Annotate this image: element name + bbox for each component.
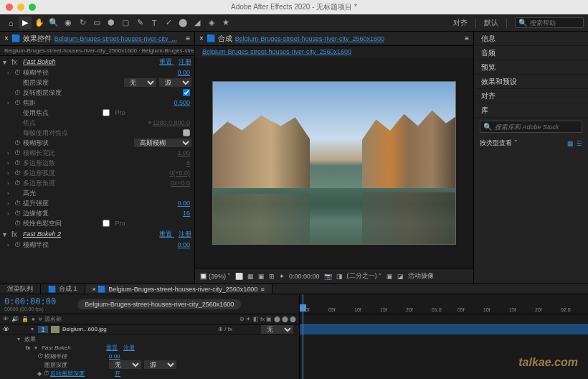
timecode-display[interactable]: 0:00:00:00	[289, 273, 320, 280]
layer-name-pill[interactable]: Belgium-Bruges-street-houses-river-city_…	[77, 299, 241, 309]
orbit-tool-icon[interactable]: ◉	[62, 17, 75, 29]
sidebar-item-effects[interactable]: 效果和预设	[474, 75, 588, 89]
tab-comp-active[interactable]: × 🟦 Belgium-Bruges-street-houses-river-c…	[85, 284, 272, 294]
roto-tool-icon[interactable]: ◈	[205, 17, 218, 29]
zoom-dropdown[interactable]: 🔲 (39%) ˅	[199, 273, 231, 280]
camera-dropdown[interactable]: 活动摄像	[408, 271, 434, 281]
selection-tool-icon[interactable]: ▶	[19, 17, 32, 29]
eraser-tool-icon[interactable]: ◢	[191, 17, 204, 29]
channel-icon[interactable]: ⬜	[235, 273, 243, 280]
blur-radius-2-value[interactable]: 0.00	[177, 241, 194, 248]
composition-viewer[interactable]	[195, 57, 473, 268]
tl-depth-select[interactable]: 无	[109, 360, 141, 369]
layer-source-select[interactable]: 源	[159, 78, 191, 87]
blur-shape-select[interactable]: 高斯模糊	[134, 139, 191, 147]
home-icon[interactable]: ⌂	[4, 17, 17, 29]
chevron-down-icon[interactable]: ▾	[31, 326, 38, 332]
browse-row[interactable]: 按类型查看 ˅ ▦ ☰	[474, 136, 588, 151]
guides-icon[interactable]: ✦	[279, 273, 285, 280]
sidebar-item-align[interactable]: 对齐	[474, 89, 588, 103]
layer-depth-select[interactable]: 无	[124, 78, 156, 87]
prop-blur-shape[interactable]: ⏱ 模糊形状 高斯模糊	[0, 138, 194, 148]
sidebar-item-libraries[interactable]: 库	[474, 103, 588, 118]
register-link[interactable]: 注册	[179, 58, 191, 65]
rotate-tool-icon[interactable]: ↻	[76, 17, 89, 29]
tl-invert-depth[interactable]: ◆ ⏱ 反转图层深度 开	[0, 369, 299, 378]
pan-behind-tool-icon[interactable]: ⬢	[105, 17, 118, 29]
chevron-down-icon[interactable]: ▾	[17, 336, 24, 342]
fx-icon[interactable]: fx	[11, 58, 20, 66]
close-icon[interactable]: ×	[4, 34, 9, 42]
3d-icon[interactable]: ◪	[397, 273, 404, 280]
stock-search-input[interactable]	[495, 123, 579, 131]
align-label[interactable]: 对齐	[453, 18, 468, 28]
resolution-icon[interactable]: ▦	[247, 273, 254, 280]
prop-highlight[interactable]: › 高光	[0, 188, 194, 198]
tl-source-select[interactable]: 源	[144, 360, 176, 369]
mask-icon[interactable]: ▣	[258, 273, 265, 280]
close-icon[interactable]: ×	[199, 34, 204, 42]
linear-color-checkbox[interactable]	[103, 220, 110, 227]
effects-tab[interactable]: × 🟦 效果控件 Belgium-Bruges-street-houses-ri…	[0, 32, 194, 46]
list-view-icon[interactable]: ☰	[577, 140, 582, 147]
playhead[interactable]	[303, 294, 303, 379]
stopwatch-icon[interactable]: ⏱	[14, 241, 22, 248]
prop-focus[interactable]: › ⏱ 焦距 0.500	[0, 98, 194, 108]
panel-menu-icon[interactable]: ≡	[465, 34, 469, 42]
eye-icon[interactable]: 👁	[3, 316, 9, 322]
grid-view-icon[interactable]: ▦	[567, 140, 574, 147]
boost-value[interactable]: 0.00	[177, 200, 194, 207]
sidebar-item-info[interactable]: 信息	[474, 32, 588, 46]
text-tool-icon[interactable]: T	[148, 17, 161, 29]
zoom-tool-icon[interactable]: 🔍	[47, 17, 60, 29]
chevron-right-icon[interactable]: ›	[7, 100, 14, 106]
chevron-right-icon[interactable]: ›	[7, 190, 14, 197]
reset-link[interactable]: 重置	[159, 230, 172, 238]
prop-layer-depth[interactable]: 图层深度 无 源	[0, 78, 194, 88]
edge-fix-value[interactable]: 16	[183, 210, 194, 217]
time-ruler[interactable]: 00f 05f 10f 15f 20f 01:0 05f 10f 15f 20f…	[300, 294, 588, 314]
prop-blur-radius[interactable]: › ⏱ 模糊半径 0.00	[0, 67, 194, 78]
source-name-header[interactable]: 源名称	[44, 315, 62, 323]
fx-header-2[interactable]: ▾ fx Fast Bokeh 2 重置 注册	[0, 228, 194, 240]
prop-linear-color[interactable]: ⏱ 线性色彩空间 Pro	[0, 218, 194, 228]
maximize-icon[interactable]	[29, 4, 36, 11]
layer-name[interactable]: Belgium...600.jpg	[62, 326, 218, 332]
comp-name-link[interactable]: Belgium-Bruges-street-houses-river-city_…	[235, 35, 384, 42]
stopwatch-icon[interactable]: ⏱	[14, 139, 22, 146]
audio-icon[interactable]: 🔊	[11, 316, 19, 322]
tl-effect-group[interactable]: ▾ 效果	[0, 334, 299, 343]
close-icon[interactable]	[6, 4, 13, 11]
chevron-right-icon[interactable]: ›	[7, 70, 14, 76]
use-focus-checkbox[interactable]	[103, 109, 110, 116]
hand-tool-icon[interactable]: ✋	[33, 17, 46, 29]
reset-link[interactable]: 重置	[159, 58, 172, 65]
chevron-down-icon[interactable]: ▾	[3, 58, 11, 66]
prop-use-focus[interactable]: 使用焦点 Pro	[0, 108, 194, 118]
stopwatch-icon[interactable]: ⏱	[14, 89, 22, 96]
view-icon[interactable]: ▣	[387, 273, 393, 280]
comp-subname-link[interactable]: Belgium-Bruges-street-houses-river-city_…	[202, 48, 351, 55]
puppet-tool-icon[interactable]: ★	[219, 17, 232, 29]
stopwatch-icon[interactable]: ⏱	[14, 99, 22, 106]
brush-tool-icon[interactable]: ✓	[162, 17, 175, 29]
stopwatch-icon[interactable]: ⏱	[14, 69, 22, 76]
fx-header-1[interactable]: ▾ fx Fast Bokeh 重置 注册	[0, 56, 194, 67]
help-search[interactable]: 🔍	[515, 17, 584, 28]
pen-tool-icon[interactable]: ✎	[133, 17, 146, 29]
grid-icon[interactable]: ⊞	[269, 273, 275, 280]
stopwatch-icon[interactable]: ⏱	[14, 210, 22, 217]
shape-tool-icon[interactable]: ▢	[119, 17, 132, 29]
layer-track-1[interactable]	[300, 324, 588, 334]
fx-icon[interactable]: fx	[11, 230, 20, 238]
lock-icon[interactable]: 🔒	[22, 316, 29, 322]
panel-menu-icon[interactable]: ≡	[186, 34, 190, 42]
resolution-dropdown[interactable]: (二分之一) ˅	[347, 271, 382, 281]
prop-invert-depth[interactable]: ⏱ 反转图层深度	[0, 88, 194, 98]
snapshot-icon[interactable]: 📷	[324, 273, 332, 280]
sidebar-item-audio[interactable]: 音频	[474, 46, 588, 60]
blur-radius-value[interactable]: 0.00	[177, 69, 194, 76]
focus-value[interactable]: 0.500	[174, 99, 194, 106]
stock-search[interactable]: 🔍	[480, 121, 582, 133]
register-link[interactable]: 注册	[179, 230, 191, 238]
